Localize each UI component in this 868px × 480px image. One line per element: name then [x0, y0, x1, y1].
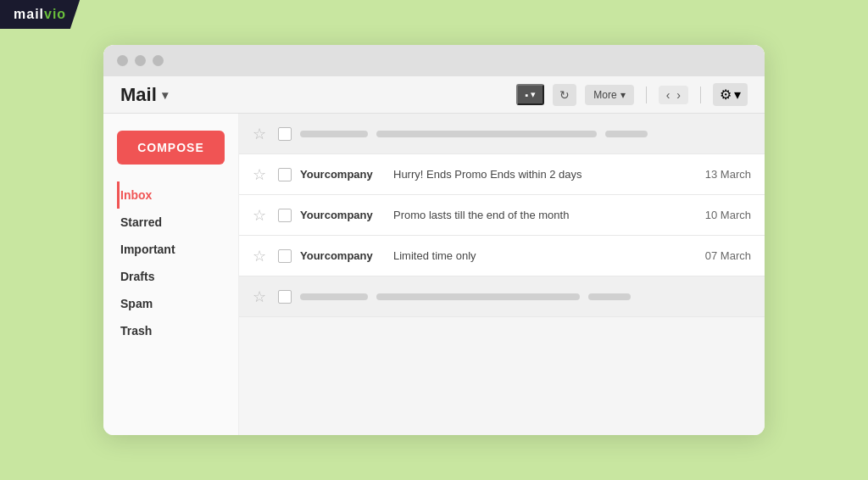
browser-titlebar	[103, 45, 765, 76]
sidebar-item-trash[interactable]: Trash	[117, 317, 225, 344]
sender-2: Yourcompany	[300, 209, 385, 221]
compose-button[interactable]: COMPOSE	[117, 131, 225, 165]
toolbar-separator-2	[700, 87, 701, 103]
traffic-light-1	[117, 55, 128, 66]
main-content: ☆ ☆ Yourcompany Hurry! Ends Promo Ends w…	[239, 114, 765, 435]
checkbox-2[interactable]	[278, 209, 292, 222]
mail-dropdown-arrow[interactable]: ▾	[162, 88, 168, 102]
logo-text: mailvio	[14, 7, 66, 21]
star-icon-placeholder[interactable]: ☆	[253, 287, 270, 306]
gear-button[interactable]: ⚙ ▾	[713, 83, 748, 106]
more-button[interactable]: More ▾	[585, 85, 633, 105]
traffic-light-3	[153, 55, 164, 66]
email-row-1[interactable]: ☆ Yourcompany Hurry! Ends Promo Ends wit…	[239, 154, 765, 195]
email-row-2[interactable]: ☆ Yourcompany Promo lasts till the end o…	[239, 195, 765, 236]
subject-2: Promo lasts till the end of the month	[393, 209, 683, 221]
nav-prev-button[interactable]: ‹	[664, 88, 673, 102]
mail-title: Mail ▾	[120, 84, 168, 106]
placeholder-sender	[300, 131, 368, 137]
sender-3: Yourcompany	[300, 249, 385, 262]
sidebar-nav: Inbox Starred Important Drafts Spam	[117, 181, 225, 344]
browser-content: COMPOSE Inbox Starred Important Drafts	[103, 114, 765, 435]
email-row-placeholder-bottom: ☆	[239, 276, 765, 317]
block-button[interactable]: ▪ ▾	[516, 84, 544, 105]
subject-3: Limited time only	[393, 249, 683, 262]
block-dropdown-arrow: ▾	[531, 89, 536, 100]
more-label: More	[593, 89, 616, 101]
placeholder-subject	[376, 131, 597, 137]
date-3: 07 March	[692, 249, 751, 262]
placeholder-subject-bottom	[376, 293, 580, 300]
refresh-button[interactable]: ↻	[553, 84, 576, 106]
sidebar-item-spam[interactable]: Spam	[117, 290, 225, 317]
date-1: 13 March	[692, 168, 751, 181]
outer-wrapper: mailvio Mail ▾ ▪ ▾ ↻ More ▾	[0, 0, 868, 480]
nav-next-button[interactable]: ›	[674, 88, 683, 102]
checkbox[interactable]	[278, 127, 292, 141]
star-icon-2[interactable]: ☆	[253, 206, 270, 225]
email-list: ☆ ☆ Yourcompany Hurry! Ends Promo Ends w…	[239, 114, 765, 317]
gear-dropdown-arrow: ▾	[734, 87, 741, 103]
more-dropdown-arrow: ▾	[620, 89, 626, 101]
date-2: 10 March	[692, 209, 751, 221]
logo-banner: mailvio	[0, 0, 80, 29]
browser-toolbar: Mail ▾ ▪ ▾ ↻ More ▾ ‹ › ⚙ ▾	[103, 76, 765, 114]
star-icon-3[interactable]: ☆	[253, 247, 270, 265]
subject-1: Hurry! Ends Promo Ends within 2 days	[393, 168, 683, 181]
traffic-light-2	[135, 55, 146, 66]
mail-title-text: Mail	[120, 84, 157, 106]
checkbox-3[interactable]	[278, 249, 292, 263]
sidebar-item-inbox[interactable]: Inbox	[117, 181, 225, 209]
placeholder-date	[605, 131, 648, 137]
sidebar-item-drafts[interactable]: Drafts	[117, 263, 225, 290]
placeholder-date-bottom	[588, 293, 631, 300]
sidebar-item-starred[interactable]: Starred	[117, 209, 225, 236]
email-row-placeholder-top: ☆	[239, 114, 765, 154]
sidebar-item-important[interactable]: Important	[117, 236, 225, 263]
refresh-icon: ↻	[559, 88, 570, 102]
logo-accent: vio	[44, 7, 66, 21]
nav-arrows: ‹ ›	[659, 86, 688, 104]
block-icon: ▪	[525, 90, 528, 100]
checkbox-1[interactable]	[278, 168, 292, 181]
browser-window: Mail ▾ ▪ ▾ ↻ More ▾ ‹ › ⚙ ▾	[103, 45, 765, 435]
checkbox-placeholder[interactable]	[278, 290, 292, 304]
sidebar: COMPOSE Inbox Starred Important Drafts	[103, 114, 239, 435]
placeholder-sender-bottom	[300, 293, 368, 300]
star-icon-1[interactable]: ☆	[253, 165, 270, 184]
sender-1: Yourcompany	[300, 168, 385, 181]
toolbar-separator	[646, 87, 647, 103]
star-icon[interactable]: ☆	[253, 125, 270, 143]
gear-icon: ⚙	[720, 87, 732, 103]
email-row-3[interactable]: ☆ Yourcompany Limited time only 07 March	[239, 236, 765, 276]
